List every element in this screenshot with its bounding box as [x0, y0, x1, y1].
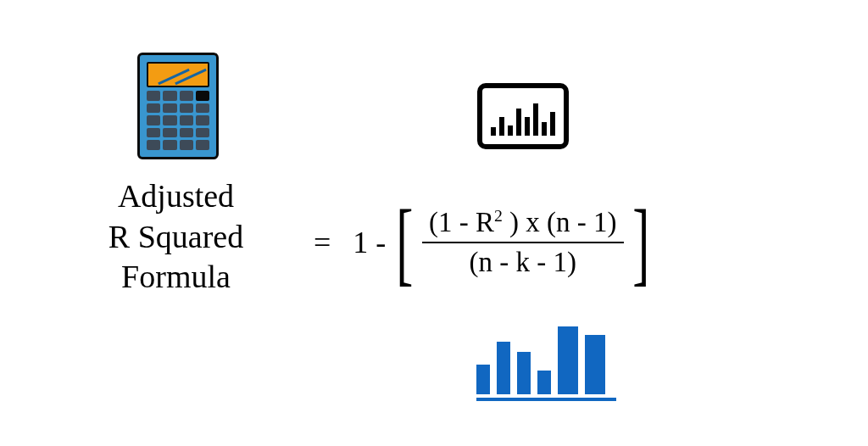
- bar: [508, 125, 513, 136]
- bar: [537, 371, 551, 394]
- bar: [533, 103, 538, 136]
- blue-baseline: [476, 398, 616, 401]
- calculator-keys: [147, 91, 209, 150]
- left-bracket: [: [397, 205, 414, 280]
- bar: [517, 352, 531, 394]
- one-minus: 1 -: [353, 225, 386, 260]
- calculator-icon: [137, 53, 219, 159]
- bar: [550, 112, 555, 136]
- title-line-3: Formula: [121, 259, 231, 294]
- bar: [585, 335, 605, 394]
- title-line-2: R Squared: [108, 219, 243, 254]
- bar: [558, 326, 578, 394]
- numerator-exp: 2: [494, 206, 503, 225]
- bar: [516, 109, 521, 136]
- calculator-screen: [147, 62, 209, 87]
- fraction: (1 - R2 ) x (n - 1) (n - k - 1): [422, 203, 624, 282]
- numerator: (1 - R2 ) x (n - 1): [422, 203, 624, 242]
- framed-bar-chart-icon: [477, 83, 569, 149]
- equals-sign: =: [314, 225, 331, 260]
- bar: [542, 122, 547, 136]
- adjusted-r-squared-formula: = 1 - [ (1 - R2 ) x (n - 1) (n - k - 1) …: [314, 203, 651, 282]
- title-line-1: Adjusted: [118, 178, 234, 214]
- bar: [525, 117, 530, 136]
- right-bracket: ]: [632, 205, 649, 280]
- bar: [499, 117, 504, 136]
- numerator-prefix: (1 - R: [429, 207, 494, 237]
- numerator-suffix: ) x (n - 1): [503, 207, 617, 237]
- blue-bars: [476, 322, 616, 394]
- formula-title: Adjusted R Squared Formula: [51, 176, 301, 298]
- denominator: (n - k - 1): [463, 243, 583, 282]
- blue-bar-chart-icon: [476, 322, 616, 401]
- bar: [476, 365, 490, 394]
- bar: [491, 127, 496, 136]
- framed-bars: [491, 100, 555, 136]
- bar: [497, 342, 510, 394]
